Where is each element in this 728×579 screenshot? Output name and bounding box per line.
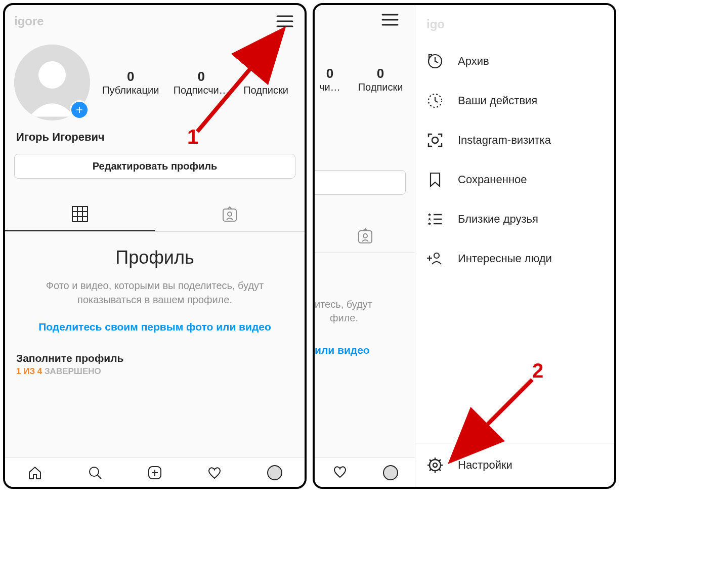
svg-point-4 [38,61,66,89]
empty-text: Фото и видео, которыми вы поделитесь, бу… [25,278,284,307]
top-bar: igore [5,5,305,34]
svg-line-38 [430,460,431,461]
hamburger-icon [381,13,399,26]
complete-profile-progress: 1 ИЗ 4 ЗАВЕРШЕНО [16,366,293,377]
side-drawer: igo Архив Ваши действия Instagram-визитк… [415,5,614,487]
tab-grid[interactable] [5,198,155,231]
svg-point-29 [434,253,439,258]
profile-avatar-icon [383,465,398,480]
home-icon [27,465,42,480]
add-story-button[interactable]: + [70,100,89,119]
nav-profile-bg [383,465,398,480]
following-label-bg: Подписки [345,81,416,93]
svg-point-33 [433,463,437,467]
nav-activity[interactable] [204,462,225,483]
nav-profile[interactable] [264,462,285,483]
profile-screen: igore + 0 Публикации [3,3,307,489]
profile-tabs [5,198,305,232]
posts-label: Публикации [102,85,159,96]
nav-activity-bg [332,464,348,481]
followers-count: 0 [174,69,229,85]
gear-icon [426,457,444,474]
hamburger-icon [276,15,293,28]
tagged-icon [356,227,374,245]
drawer-label: Близкие друзья [458,213,538,226]
username-label: igore [14,14,44,28]
heart-icon [332,464,348,479]
nav-home[interactable] [24,462,46,483]
svg-rect-21 [359,231,372,243]
following-count: 0 [243,69,288,85]
stat-posts[interactable]: 0 Публикации [102,69,159,96]
display-name: Игорь Игоревич [5,126,305,154]
drawer-item-saved[interactable]: Сохраненное [415,160,614,199]
discover-people-icon [426,250,444,267]
svg-rect-5 [72,206,88,222]
drawer-label: Настройки [458,459,512,472]
menu-button-bg [379,11,401,28]
following-label: Подписки [243,85,288,96]
drawer-item-archive[interactable]: Архив [415,42,614,81]
stat-followers[interactable]: 0 Подписчи… [174,69,229,96]
svg-rect-10 [223,209,236,221]
complete-profile-title: Заполните профиль [16,352,293,364]
drawer-item-discover[interactable]: Интересные люди [415,239,614,278]
edit-profile-button[interactable]: Редактировать профиль [14,154,295,179]
bottom-nav [5,458,305,487]
stat-following[interactable]: 0 Подписки [243,69,288,96]
drawer-item-settings[interactable]: Настройки [415,445,614,485]
nav-search[interactable] [84,462,106,483]
drawer-item-close-friends[interactable]: Близкие друзья [415,199,614,239]
activity-icon [426,92,444,109]
drawer-label: Сохраненное [458,173,527,186]
drawer-item-activity[interactable]: Ваши действия [415,81,614,120]
tab-tagged-bg [315,220,416,253]
heart-icon [207,465,222,480]
grid-icon [71,205,89,223]
drawer-item-nametag[interactable]: Instagram-визитка [415,120,614,160]
svg-line-13 [98,475,101,479]
close-friends-icon [426,211,444,228]
add-post-icon [147,465,162,480]
svg-point-22 [363,234,367,238]
nametag-icon [426,132,444,149]
search-icon [88,465,103,480]
plus-icon: + [76,103,83,117]
drawer-username: igo [415,12,614,42]
tab-tagged[interactable] [155,198,305,231]
menu-button[interactable] [274,13,295,30]
edit-button-bg: ь [313,170,406,195]
svg-line-41 [439,460,441,461]
svg-point-11 [228,212,232,216]
nav-add[interactable] [144,462,165,483]
svg-point-32 [430,460,441,471]
svg-line-39 [439,469,441,471]
empty-title: Профиль [25,247,284,268]
empty-link-bg: или видео [315,344,416,356]
drawer-label: Ваши действия [458,94,537,107]
share-first-link[interactable]: Поделитесь своим первым фото или видео [25,321,284,333]
svg-point-25 [432,137,438,143]
bookmark-icon [426,171,444,188]
empty-text-bg1: итесь, будут [315,299,416,310]
posts-count: 0 [102,69,159,85]
tagged-icon [221,205,239,224]
drawer-screen: 0 чи… 0 Подписки ь итесь, будут филе. ил… [313,3,616,489]
profile-avatar-icon [267,465,282,480]
drawer-label: Интересные люди [458,252,552,265]
svg-point-12 [90,467,99,476]
drawer-label: Instagram-визитка [458,134,551,147]
drawer-label: Архив [458,55,489,68]
avatar[interactable]: + [14,45,90,120]
followers-label: Подписчи… [174,85,229,96]
following-count-bg: 0 [345,66,416,81]
archive-icon [426,53,444,70]
svg-line-40 [430,469,431,471]
empty-text-bg2: филе. [315,312,416,324]
